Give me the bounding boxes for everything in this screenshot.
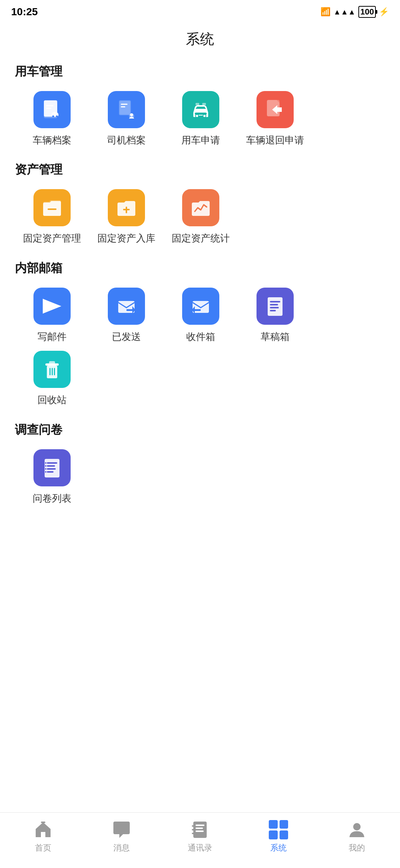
vehicle-file-icon [33,91,71,128]
car-return-icon [257,91,294,128]
vehicle-file-item[interactable]: 车辆档案 [15,91,89,147]
status-time: 10:25 [11,6,38,18]
signal-icon: ▲▲▲ [333,8,355,16]
svg-point-59 [353,823,361,830]
nav-mine-label: 我的 [349,842,365,854]
fixed-asset-in-item[interactable]: 固定资产入库 [89,189,164,245]
svg-rect-9 [120,101,130,114]
svg-point-6 [52,116,54,117]
car-apply-item[interactable]: 用车申请 [164,91,238,147]
driver-file-item[interactable]: 司机档案 [89,91,164,147]
send-icon [33,288,71,325]
svg-rect-45 [47,468,56,470]
nav-mine[interactable]: 我的 [318,820,396,854]
svg-rect-22 [123,209,130,210]
svg-rect-32 [270,301,280,302]
contacts-nav-icon [190,820,210,839]
svg-rect-30 [193,309,201,311]
driver-file-icon [108,91,145,128]
home-nav-icon [33,820,53,839]
svg-point-48 [45,465,46,467]
svg-point-13 [130,113,133,116]
trash-icon [33,351,71,388]
sent-mail-item[interactable]: 已发送 [89,288,164,343]
folder-plus-icon [108,189,145,226]
mine-nav-icon [347,820,367,839]
status-icons: 📶 ▲▲▲ 100 ⚡ [320,6,389,18]
questionnaire-list-item[interactable]: 问卷列表 [15,449,89,505]
svg-rect-17 [196,103,199,105]
svg-rect-11 [121,106,125,107]
car-return-label: 车辆退回申请 [246,133,304,147]
asset-management-grid: 固定资产管理 固定资产入库 固定资产统计 [15,189,385,245]
trash-label: 回收站 [38,393,67,407]
nav-system-label: 系统 [270,842,287,854]
section-car-management: 用车管理 [15,64,385,80]
svg-rect-41 [54,368,55,375]
section-survey: 调查问卷 [15,422,385,438]
nav-system[interactable]: 系统 [239,820,318,854]
svg-rect-3 [46,105,54,106]
svg-point-49 [45,468,46,470]
svg-rect-31 [268,297,283,316]
svg-rect-51 [41,822,45,823]
write-mail-item[interactable]: 写邮件 [15,288,89,343]
fixed-asset-stats-item[interactable]: 固定资产统计 [164,189,238,245]
internal-mail-grid: 写邮件 已发送 [15,288,385,407]
svg-point-7 [56,116,58,117]
svg-rect-44 [47,465,55,467]
folder-minus-icon [33,189,71,226]
bottom-nav: 首页 消息 通讯录 [0,812,400,868]
svg-rect-53 [196,825,204,826]
drafts-item[interactable]: 草稿箱 [238,288,312,343]
svg-rect-4 [46,108,51,109]
section-internal-mail: 内部邮箱 [15,260,385,276]
nav-message[interactable]: 消息 [82,820,161,854]
svg-point-50 [45,471,46,473]
trash-item[interactable]: 回收站 [15,351,89,407]
svg-rect-18 [202,103,206,105]
sent-mail-label: 已发送 [112,330,141,343]
message-nav-icon [112,820,131,839]
svg-rect-20 [48,208,57,210]
svg-rect-46 [47,471,54,473]
nav-contacts[interactable]: 通讯录 [161,820,239,854]
car-return-item[interactable]: 车辆退回申请 [238,91,312,147]
svg-rect-57 [192,829,194,830]
inbox-label: 收件箱 [186,330,215,343]
driver-file-label: 司机档案 [107,133,146,147]
main-content: 用车管理 车辆档案 [0,60,400,868]
system-nav-icon [269,820,288,839]
folder-chart-icon [182,189,219,226]
svg-rect-34 [270,307,279,308]
fixed-asset-manage-label: 固定资产管理 [23,231,81,245]
write-mail-label: 写邮件 [38,330,67,343]
svg-rect-58 [192,833,194,834]
svg-rect-52 [193,822,207,838]
fixed-asset-in-label: 固定资产入库 [97,231,155,245]
questionnaire-list-label: 问卷列表 [33,492,71,505]
battery-icon: 100 [358,6,376,18]
nav-contacts-label: 通讯录 [188,842,212,854]
car-apply-icon [182,91,219,128]
drafts-label: 草稿箱 [261,330,290,343]
vehicle-file-label: 车辆档案 [33,133,71,147]
nav-message-label: 消息 [113,842,130,854]
section-asset-management: 资产管理 [15,162,385,178]
svg-rect-54 [196,827,203,829]
svg-rect-38 [49,361,55,364]
draft-icon [257,288,294,325]
list-icon [33,449,71,486]
car-management-grid: 车辆档案 司机档案 [15,91,385,147]
charge-icon: ⚡ [379,7,389,17]
svg-rect-10 [121,104,128,105]
inbox-item[interactable]: 收件箱 [164,288,238,343]
svg-point-15 [196,114,199,117]
sent-icon [108,288,145,325]
inbox-icon [182,288,219,325]
fixed-asset-stats-label: 固定资产统计 [172,231,230,245]
nav-home[interactable]: 首页 [4,820,82,854]
wifi-icon: 📶 [320,7,330,17]
svg-rect-40 [52,368,53,375]
fixed-asset-manage-item[interactable]: 固定资产管理 [15,189,89,245]
